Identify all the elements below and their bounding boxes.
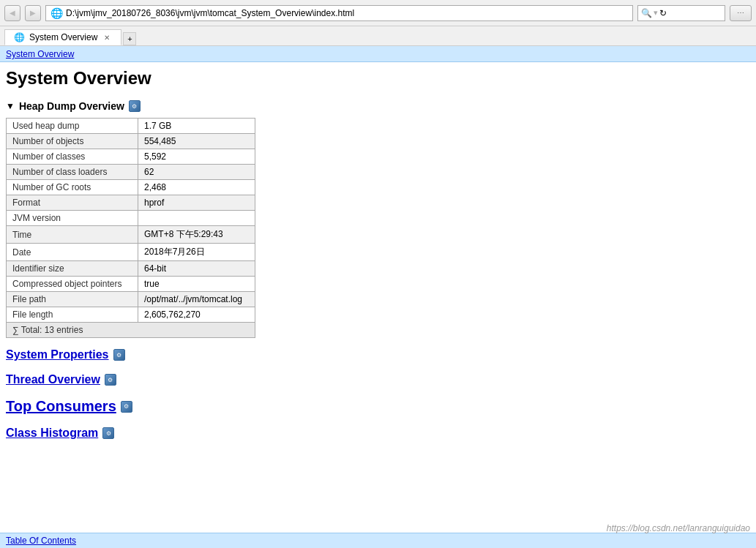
table-cell-label: Number of class loaders <box>7 165 138 180</box>
table-cell-value: 2,605,762,270 <box>138 307 255 323</box>
table-row: Formathprof <box>7 195 255 211</box>
heap-dump-table: Used heap dump1.7 GBNumber of objects554… <box>6 118 255 338</box>
active-tab: 🌐 System Overview ✕ <box>4 29 121 45</box>
page-title: System Overview <box>0 62 756 97</box>
table-cell-label: JVM version <box>7 211 138 226</box>
table-cell-label: Identifier size <box>7 261 138 277</box>
refresh-icon[interactable]: ↻ <box>659 8 667 18</box>
table-cell-label: Format <box>7 195 138 211</box>
search-separator: ▾ <box>654 8 658 18</box>
table-footer-text: ∑ Total: 13 entries <box>7 323 255 338</box>
class-histogram-link[interactable]: Class Histogram <box>6 427 98 440</box>
table-cell-label: File length <box>7 307 138 323</box>
table-row: Number of class loaders62 <box>7 165 255 180</box>
table-row: Compressed object pointerstrue <box>7 277 255 292</box>
table-cell-value: 2,468 <box>138 180 255 195</box>
thread-overview-item: Thread Overview ⚙ <box>6 373 750 386</box>
tab-title: System Overview <box>29 32 97 42</box>
system-properties-icon[interactable]: ⚙ <box>113 349 125 361</box>
table-row: JVM version <box>7 211 255 226</box>
heap-dump-section: ▼ Heap Dump Overview ⚙ Used heap dump1.7… <box>0 97 756 341</box>
top-consumers-item: Top Consumers ⚙ <box>6 398 750 415</box>
table-cell-value: 1.7 GB <box>138 119 255 134</box>
back-button[interactable]: ◀ <box>4 5 20 21</box>
tab-bar: 🌐 System Overview ✕ + <box>0 26 756 46</box>
table-cell-value: 64-bit <box>138 261 255 277</box>
breadcrumb-link[interactable]: System Overview <box>6 49 74 59</box>
table-cell-value: 62 <box>138 165 255 180</box>
table-cell-value: 554,485 <box>138 134 255 149</box>
table-row: File path/opt/mat/../jvm/tomcat.log <box>7 292 255 307</box>
browser-icon: 🌐 <box>50 7 63 19</box>
class-histogram-icon[interactable]: ⚙ <box>102 427 114 439</box>
search-box: 🔍 ▾ ↻ <box>637 5 725 21</box>
table-footer-row: ∑ Total: 13 entries <box>7 323 255 338</box>
table-cell-label: Time <box>7 226 138 244</box>
forward-button[interactable]: ▶ <box>25 5 41 21</box>
table-row: TimeGMT+8 下午5:29:43 <box>7 226 255 244</box>
table-cell-label: Number of GC roots <box>7 180 138 195</box>
top-consumers-link[interactable]: Top Consumers <box>6 398 116 415</box>
tab-close-button[interactable]: ✕ <box>102 33 112 42</box>
table-cell-label: Compressed object pointers <box>7 277 138 292</box>
table-cell-value: /opt/mat/../jvm/tomcat.log <box>138 292 255 307</box>
class-histogram-item: Class Histogram ⚙ <box>6 427 750 440</box>
table-cell-value <box>138 211 255 226</box>
section-action-icon[interactable]: ⚙ <box>129 100 141 112</box>
table-cell-label: Used heap dump <box>7 119 138 134</box>
system-properties-item: System Properties ⚙ <box>6 348 750 361</box>
table-row: Used heap dump1.7 GB <box>7 119 255 134</box>
page-content: System Overview System Overview ▼ Heap D… <box>0 46 756 456</box>
section-title: Heap Dump Overview <box>19 100 124 112</box>
breadcrumb-bar: System Overview <box>0 46 756 62</box>
links-section: System Properties ⚙ Thread Overview ⚙ To… <box>0 341 756 456</box>
table-cell-label: Date <box>7 244 138 261</box>
section-header: ▼ Heap Dump Overview ⚙ <box>6 100 750 112</box>
menu-button[interactable]: ⋯ <box>730 5 752 21</box>
table-row: Number of GC roots2,468 <box>7 180 255 195</box>
table-cell-value: 2018年7月26日 <box>138 244 255 261</box>
table-row: Identifier size64-bit <box>7 261 255 277</box>
table-cell-label: Number of objects <box>7 134 138 149</box>
collapse-arrow-icon[interactable]: ▼ <box>6 101 15 111</box>
table-cell-value: GMT+8 下午5:29:43 <box>138 226 255 244</box>
table-cell-value: hprof <box>138 195 255 211</box>
table-row: File length2,605,762,270 <box>7 307 255 323</box>
table-cell-label: Number of classes <box>7 149 138 165</box>
thread-overview-link[interactable]: Thread Overview <box>6 373 100 386</box>
table-cell-value: 5,592 <box>138 149 255 165</box>
system-properties-link[interactable]: System Properties <box>6 348 109 361</box>
table-row: Number of objects554,485 <box>7 134 255 149</box>
table-cell-value: true <box>138 277 255 292</box>
table-cell-label: File path <box>7 292 138 307</box>
new-tab-button[interactable]: + <box>123 32 136 45</box>
thread-overview-icon[interactable]: ⚙ <box>105 374 116 386</box>
address-text: D:\jvm\jmv_20180726_8036\jvm\jvm\tomcat_… <box>66 8 354 18</box>
table-row: Number of classes5,592 <box>7 149 255 165</box>
tab-icon: 🌐 <box>14 32 25 42</box>
browser-toolbar: ◀ ▶ 🌐 D:\jvm\jmv_20180726_8036\jvm\jvm\t… <box>0 0 756 26</box>
table-row: Date2018年7月26日 <box>7 244 255 261</box>
top-consumers-icon[interactable]: ⚙ <box>121 401 132 413</box>
address-bar: 🌐 D:\jvm\jmv_20180726_8036\jvm\jvm\tomca… <box>45 5 633 21</box>
search-icon: 🔍 <box>641 8 652 18</box>
